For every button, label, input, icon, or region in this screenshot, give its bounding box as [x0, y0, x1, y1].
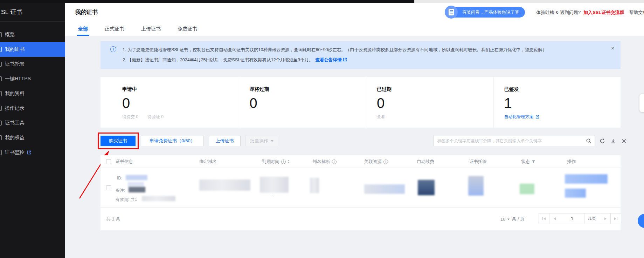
monitor-icon: [0, 150, 2, 155]
total-count: 共 1 条: [106, 216, 120, 222]
row-checkbox[interactable]: [106, 185, 111, 190]
column-expiry-time: 到期时间 i: [262, 155, 290, 168]
column-status: 状态: [521, 155, 535, 168]
select-all-checkbox[interactable]: [106, 159, 111, 164]
tab-all[interactable]: 全部: [78, 22, 88, 36]
automation-plan-label: 自动化管理方案: [504, 114, 534, 120]
certificate-icon: [0, 47, 2, 52]
sort-icon[interactable]: [288, 160, 290, 163]
sidebar-item-label: 证书托管: [5, 61, 25, 67]
header-links: 体验吐槽 & 遇到问题? 加入SSL证书交流群 帮助文档: [536, 3, 644, 22]
sidebar-item-operation-log[interactable]: 操作记录: [0, 101, 65, 116]
apply-free-certificate-button[interactable]: 申请免费证书（0/50）: [141, 136, 204, 146]
redacted-dns: [310, 178, 319, 193]
sidebar-item-my-profile[interactable]: 我的资料: [0, 86, 65, 101]
redacted-domain: [199, 179, 250, 191]
sidebar-item-label: 我的证书: [5, 46, 25, 53]
stats-panel: 申请中 0 待提交 0 待验证 0 即将过期 0 已过期 0 查看 已签发 1 …: [101, 77, 621, 128]
sidebar-item-label: 证书监控: [5, 149, 25, 156]
info-icon[interactable]: i: [383, 159, 388, 164]
info-icon[interactable]: i: [332, 159, 337, 164]
table-row[interactable]: ID: 备注: 有效期: 共1 ··: [101, 168, 621, 208]
filter-icon[interactable]: [532, 160, 535, 164]
redacted-status-badge: [520, 184, 534, 194]
sidebar-item-one-click-https[interactable]: 一键HTTPS: [0, 72, 65, 86]
chevron-down-icon: [271, 140, 273, 142]
stat-expiring-soon: 即将过期 0: [239, 77, 366, 128]
hosting-icon: [0, 62, 2, 67]
gear-icon[interactable]: [621, 138, 627, 144]
buy-certificate-button[interactable]: 购买证书: [101, 136, 136, 146]
sidebar-item-cert-hosting[interactable]: 证书托管: [0, 57, 65, 72]
stat-view-link[interactable]: 查看: [377, 114, 385, 120]
automation-plan-link[interactable]: 自动化管理方案: [504, 114, 621, 120]
redacted-expiry-dots: ··: [271, 194, 275, 198]
info-icon[interactable]: i: [281, 159, 286, 164]
batch-operation-label: 批量操作: [250, 138, 268, 144]
sidebar-item-overview[interactable]: 概览: [0, 27, 65, 42]
search-box: [433, 136, 595, 146]
page-total-label: /1页: [584, 213, 600, 224]
survey-doc-icon: [445, 6, 458, 19]
first-page-button[interactable]: [539, 213, 549, 224]
prev-page-button[interactable]: [549, 213, 560, 224]
table-footer: 共 1 条 10 条 / 页 /1页: [101, 208, 621, 230]
page-size-select[interactable]: 10 条 / 页: [500, 216, 525, 222]
sidebar-item-cert-monitor[interactable]: 证书监控: [0, 145, 65, 160]
help-doc-link[interactable]: 帮助文档: [629, 9, 644, 16]
column-cert-hosting: 证书托管: [469, 155, 487, 168]
search-input[interactable]: [434, 138, 583, 143]
upload-certificate-button[interactable]: 上传证书: [209, 136, 241, 146]
batch-operation-button[interactable]: 批量操作: [245, 136, 278, 146]
tab-paid-certificates[interactable]: 正式证书: [105, 22, 124, 36]
external-link-icon: [535, 115, 539, 119]
sidebar-item-label: 一键HTTPS: [5, 76, 31, 82]
sidebar-item-cert-tools[interactable]: 证书工具: [0, 116, 65, 130]
download-icon[interactable]: [610, 138, 616, 144]
search-icon[interactable]: [583, 136, 595, 146]
sidebar-item-label: 操作记录: [5, 105, 25, 111]
sidebar-item-my-benefits[interactable]: 我的权益: [0, 130, 65, 145]
join-group-link[interactable]: 加入SSL证书交流群: [583, 9, 624, 16]
column-actions: 操作: [567, 155, 576, 168]
sidebar-menu: 概览 我的证书 证书托管 一键HTTPS 我的资料 操作记录: [0, 22, 65, 160]
help-float-button[interactable]: [638, 214, 644, 228]
https-icon: [0, 76, 2, 81]
tools-icon: [0, 121, 2, 125]
sidebar: SL 证书 概览 我的证书 证书托管 一键HTTPS 我的资料: [0, 3, 65, 258]
redacted-action-links-2[interactable]: [565, 189, 586, 198]
table-tool-icons: [600, 138, 627, 144]
announcement-link[interactable]: 查看公告详情: [316, 57, 342, 62]
tab-free-certificates[interactable]: 免费证书: [178, 22, 197, 36]
sidebar-item-my-certificates[interactable]: 我的证书: [0, 42, 65, 57]
page-size-unit: 条 / 页: [512, 216, 525, 222]
notice-line-2: 2. 【最新】接证书厂商通知，2024年4月25日以后，免费SSL证书有效期将从…: [123, 55, 596, 65]
survey-pill-label: 有奖问卷，产品体验您说了算: [462, 9, 519, 15]
stat-expired: 已过期 0 查看: [366, 77, 493, 128]
next-page-button[interactable]: [600, 213, 611, 224]
page-header: 我的证书 有奖问卷，产品体验您说了算 体验吐槽 & 遇到问题? 加入SSL证书交…: [65, 3, 644, 22]
feedback-side-tab[interactable]: [639, 94, 644, 112]
stat-value: 0: [250, 95, 366, 111]
page-number-input[interactable]: [560, 213, 584, 224]
last-page-button[interactable]: [610, 213, 621, 224]
tab-uploaded-certificates[interactable]: 上传证书: [141, 22, 161, 36]
redacted-cert-id: [126, 175, 147, 180]
stat-value: 0: [122, 95, 239, 111]
refresh-icon[interactable]: [600, 138, 605, 144]
close-icon[interactable]: ×: [611, 46, 614, 51]
redacted-hosting: [468, 176, 484, 196]
redacted-action-links[interactable]: [565, 174, 608, 184]
top-strip-dark: [0, 0, 414, 3]
validity-label: 有效期: 共1: [116, 197, 137, 203]
stat-sub-to-verify: 待验证 0: [147, 114, 164, 120]
stat-label: 即将过期: [250, 86, 366, 93]
redacted-validity: [142, 196, 175, 201]
survey-banner-button[interactable]: 有奖问卷，产品体验您说了算: [448, 7, 525, 18]
notice-banner: i 1. 为了您能更便捷地管理SSL证书，控制台已支持自动查询证书关联的10种腾…: [101, 41, 621, 69]
stat-value: 1: [504, 95, 621, 111]
feedback-text: 体验吐槽 & 遇到问题?: [536, 9, 581, 16]
table-header: 证书信息 绑定域名 到期时间 i 域名解析 i 关联资源 i 自动续费 证书托管…: [101, 155, 621, 168]
stat-label: 已过期: [377, 86, 493, 93]
chevron-down-icon: [507, 218, 510, 220]
